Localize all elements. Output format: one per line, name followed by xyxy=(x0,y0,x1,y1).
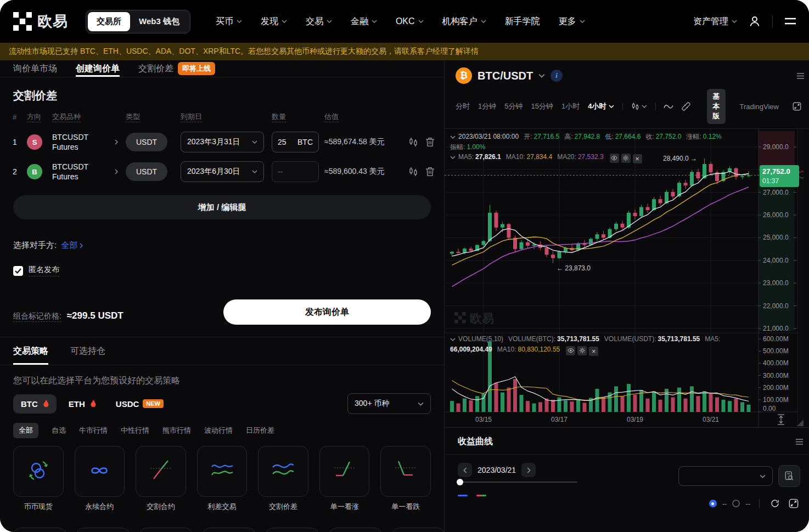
gear-icon[interactable] xyxy=(577,346,587,355)
prev-day-button[interactable] xyxy=(458,463,472,477)
gear-icon[interactable] xyxy=(621,154,631,163)
okx-logo[interactable]: 欧易 xyxy=(13,12,68,31)
strategy-card-spot[interactable] xyxy=(13,446,64,497)
doc-search-button[interactable] xyxy=(778,465,800,487)
filter-bear[interactable]: 熊市行情 xyxy=(162,423,191,438)
chevron-down-icon[interactable] xyxy=(538,73,545,78)
product-toggle: 交易所 Web3 钱包 xyxy=(86,10,190,33)
quantity-input[interactable]: 25BTC xyxy=(272,132,319,152)
tab-trading-strategies[interactable]: 交易策略 xyxy=(13,337,48,365)
hamburger-menu-icon[interactable] xyxy=(782,13,799,30)
chart-canvas[interactable]: 29,000.028,000.027,000.026,000.025,000.0… xyxy=(445,129,804,427)
refresh-icon[interactable] xyxy=(768,497,782,510)
expand-icon[interactable] xyxy=(787,497,800,510)
chart-menu-icon[interactable] xyxy=(795,70,806,81)
menu-assets[interactable]: 资产管理 xyxy=(693,16,737,27)
view-chart-button[interactable] xyxy=(404,167,422,177)
strategy-card-more[interactable] xyxy=(392,528,445,532)
expiry-select[interactable]: 2023年6月30日 xyxy=(181,161,264,182)
coin-btc[interactable]: BTC xyxy=(13,394,57,414)
strategy-card-more[interactable] xyxy=(266,528,319,532)
filter-calendar-spread[interactable]: 日历价差 xyxy=(246,423,274,438)
tab-exchange[interactable]: 交易所 xyxy=(88,12,130,31)
filter-volatile[interactable]: 波动行情 xyxy=(204,423,233,438)
close-icon[interactable]: × xyxy=(633,154,642,163)
strategy-card-more[interactable] xyxy=(203,528,256,532)
filter-all[interactable]: 全部 xyxy=(13,423,38,438)
timeframe-1[interactable]: 1分钟 xyxy=(478,101,496,111)
delete-leg-button[interactable] xyxy=(422,167,437,177)
timeframe-2[interactable]: 5分钟 xyxy=(504,101,523,111)
strategy-card-more[interactable] xyxy=(329,528,382,532)
line-overlay-icon[interactable] xyxy=(664,104,673,110)
strategy-card-perpetual[interactable] xyxy=(75,446,125,497)
publish-rfq-button[interactable]: 发布询价单 xyxy=(223,299,431,325)
user-icon[interactable] xyxy=(746,13,763,30)
tab-web3-wallet[interactable]: Web3 钱包 xyxy=(130,12,188,31)
filter-bull[interactable]: 牛市行情 xyxy=(79,423,108,438)
chart-panel: ₿ BTC/USDT i 分时1分钟5分钟15分钟1小时4小时基本版Tradin… xyxy=(445,60,809,532)
tab-rfq-market[interactable]: 询价单市场 xyxy=(13,60,57,77)
filter-favorites[interactable]: 自选 xyxy=(52,423,66,438)
timeframe-3[interactable]: 15分钟 xyxy=(531,101,553,111)
instrument-select[interactable]: BTCUSDTFutures xyxy=(52,132,126,152)
coin-usdc[interactable]: USDCNEW xyxy=(108,394,171,414)
menu-buy-crypto[interactable]: 买币 xyxy=(216,16,242,27)
strategy-card-more[interactable] xyxy=(76,528,130,532)
close-icon[interactable]: × xyxy=(589,347,598,356)
quantity-input[interactable]: -- xyxy=(272,161,319,182)
menu-institutions[interactable]: 机构客户 xyxy=(442,16,486,27)
info-icon[interactable]: i xyxy=(550,70,563,82)
tab-optional-positions[interactable]: 可选持仓 xyxy=(70,337,105,365)
add-leg-button[interactable]: 增加 / 编辑腿 xyxy=(13,195,431,219)
menu-finance[interactable]: 金融 xyxy=(351,16,377,27)
strategy-card-put[interactable] xyxy=(380,446,431,497)
strategy-card-more[interactable] xyxy=(139,528,193,532)
filter-neutral[interactable]: 中性行情 xyxy=(121,423,149,438)
strategy-card-spread[interactable] xyxy=(258,446,308,497)
eye-icon[interactable] xyxy=(566,346,575,355)
strategy-card-carry[interactable] xyxy=(197,446,248,497)
strategy-card-futures[interactable] xyxy=(136,446,186,497)
type-pill[interactable]: USDT xyxy=(126,162,167,181)
counterparty-link[interactable]: 全部 xyxy=(61,240,83,251)
menu-academy[interactable]: 新手学院 xyxy=(505,16,540,27)
radio-series-2[interactable] xyxy=(732,500,740,507)
pnl-menu-icon[interactable] xyxy=(794,437,805,448)
draw-tools-icon[interactable] xyxy=(682,102,690,111)
slider-thumb[interactable] xyxy=(457,479,463,485)
timeframe-0[interactable]: 分时 xyxy=(456,101,470,111)
delete-leg-button[interactable] xyxy=(422,137,437,147)
tab-futures-spread[interactable]: 交割价差即将上线 xyxy=(138,60,215,77)
next-day-button[interactable] xyxy=(521,463,536,477)
strategy-card-more[interactable] xyxy=(13,528,66,532)
timeframe-4[interactable]: 1小时 xyxy=(561,101,580,111)
chevron-down-icon xyxy=(732,20,737,23)
pnl-dropdown[interactable] xyxy=(678,466,773,486)
coin-dropdown[interactable]: 300+ 币种 xyxy=(347,393,431,414)
card-label: 币币现货 xyxy=(13,502,64,512)
coin-eth[interactable]: ETH xyxy=(61,394,104,414)
radio-series-1[interactable] xyxy=(709,500,717,507)
fullscreen-icon[interactable] xyxy=(793,102,801,111)
chevron-down-icon xyxy=(642,105,647,108)
menu-more[interactable]: 更多 xyxy=(559,16,585,27)
tab-create-rfq[interactable]: 创建询价单 xyxy=(76,60,120,77)
tab-tradingview[interactable]: TradingView xyxy=(734,100,784,114)
eye-icon[interactable] xyxy=(610,154,619,163)
expiry-select[interactable]: 2023年3月31日 xyxy=(181,132,264,152)
svg-text:03/15: 03/15 xyxy=(475,416,492,423)
tab-basic-chart[interactable]: 基本版 xyxy=(707,89,726,124)
anonymous-checkbox[interactable]: 匿名发布 xyxy=(13,265,59,276)
timeframe-5[interactable]: 4小时 xyxy=(588,101,614,111)
strategy-card-call[interactable] xyxy=(319,446,370,497)
menu-discover[interactable]: 发现 xyxy=(261,16,287,27)
price-chart[interactable]: 29,000.028,000.027,000.026,000.025,000.0… xyxy=(445,128,809,427)
menu-trade[interactable]: 交易 xyxy=(306,16,332,27)
menu-okc[interactable]: OKC xyxy=(396,16,424,26)
instrument-select[interactable]: BTCUSDTFutures xyxy=(52,162,126,182)
type-pill[interactable]: USDT xyxy=(126,133,167,151)
view-chart-button[interactable] xyxy=(404,137,422,147)
time-slider[interactable] xyxy=(458,482,577,483)
chart-type-candles-icon[interactable] xyxy=(631,102,647,111)
